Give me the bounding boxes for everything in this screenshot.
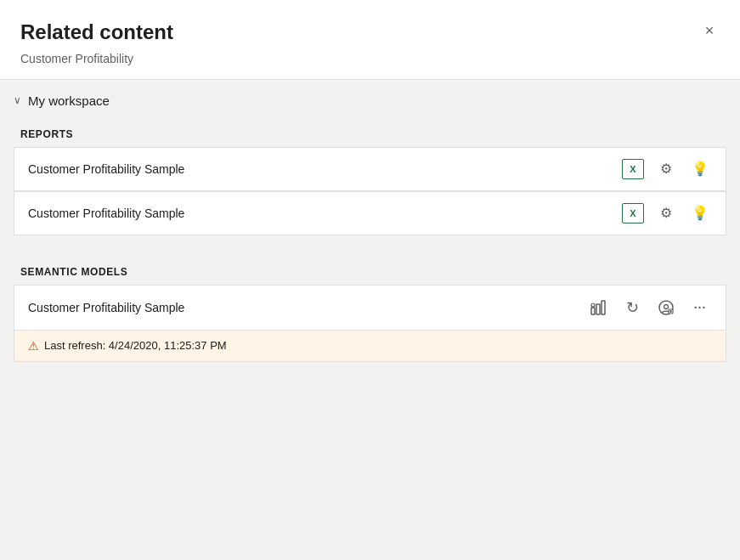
- report-actions-1: X ⚙ 💡: [622, 157, 712, 181]
- close-button[interactable]: ×: [696, 17, 723, 44]
- semantic-models-section: SEMANTIC MODELS Customer Profitability S…: [0, 249, 740, 376]
- workspace-section: ∨ My workspace REPORTS Customer Profitab…: [0, 80, 740, 376]
- warning-icon: ⚠: [28, 339, 39, 353]
- refresh-icon[interactable]: ↻: [620, 296, 644, 320]
- related-content-panel: Related content Customer Profitability ×…: [0, 0, 740, 560]
- svg-rect-1: [596, 304, 600, 314]
- semantic-model-actions: ↻: [586, 296, 712, 320]
- excel-icon-2[interactable]: X: [622, 203, 644, 223]
- settings-icon-1[interactable]: ⚙: [654, 157, 678, 181]
- svg-point-3: [591, 303, 595, 307]
- excel-icon-1[interactable]: X: [622, 159, 644, 179]
- semantic-model-card-wrapper: Customer Profitability Sample: [14, 285, 726, 362]
- reports-label: REPORTS: [14, 118, 726, 147]
- report-card-1: Customer Profitability Sample X ⚙ 💡: [14, 147, 726, 191]
- refresh-info: ⚠ Last refresh: 4/24/2020, 11:25:37 PM: [14, 330, 726, 361]
- reports-section: REPORTS Customer Profitability Sample X …: [0, 118, 740, 249]
- insights-icon-2[interactable]: 💡: [688, 201, 712, 225]
- insights-icon-1[interactable]: 💡: [688, 157, 712, 181]
- settings-icon-2[interactable]: ⚙: [654, 201, 678, 225]
- chevron-icon: ∨: [14, 94, 21, 106]
- panel-body: ∨ My workspace REPORTS Customer Profitab…: [0, 80, 740, 560]
- report-actions-2: X ⚙ 💡: [622, 201, 712, 225]
- refresh-text: Last refresh: 4/24/2020, 11:25:37 PM: [44, 339, 227, 352]
- svg-rect-2: [602, 301, 605, 314]
- panel-subtitle: Customer Profitability: [20, 52, 720, 65]
- report-name-2: Customer Profitability Sample: [28, 206, 622, 220]
- panel-title: Related content: [20, 20, 720, 45]
- svg-rect-0: [591, 308, 595, 314]
- panel-header: Related content Customer Profitability ×: [0, 0, 740, 80]
- semantic-models-label: SEMANTIC MODELS: [14, 256, 726, 285]
- report-card-2: Customer Profitability Sample X ⚙ 💡: [14, 191, 726, 235]
- svg-rect-8: [670, 310, 672, 313]
- svg-point-6: [664, 304, 669, 308]
- more-options-icon[interactable]: ···: [688, 296, 712, 320]
- workspace-header[interactable]: ∨ My workspace: [0, 80, 740, 118]
- semantic-model-name: Customer Profitability Sample: [28, 301, 586, 314]
- workspace-name: My workspace: [28, 93, 110, 108]
- semantic-model-card: Customer Profitability Sample: [14, 286, 726, 330]
- related-icon[interactable]: [586, 296, 610, 320]
- reports-list: Customer Profitability Sample X ⚙ 💡: [14, 147, 726, 235]
- security-icon[interactable]: [654, 296, 678, 320]
- report-name-1: Customer Profitability Sample: [28, 162, 622, 176]
